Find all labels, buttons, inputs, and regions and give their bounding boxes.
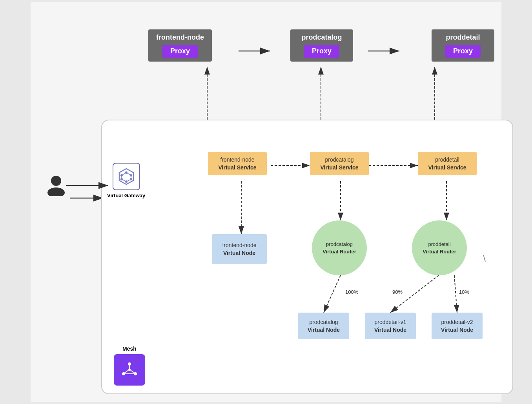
svg-point-23 (128, 369, 131, 371)
vs-prodcatalog-type: Virtual Service (316, 164, 363, 171)
proxy-proddetail-name: proddetail (439, 33, 486, 42)
vn-prodcatalog: prodcatalog Virtual Node (298, 313, 349, 339)
svg-line-25 (124, 370, 128, 373)
vr-proddetail-type: Virtual Router (423, 249, 456, 255)
proxy-prodcatalog-name: prodcatalog (298, 33, 345, 42)
mesh-label: Mesh (122, 346, 137, 352)
proxy-proddetail-badge: Proxy (445, 45, 481, 58)
vr-prodcatalog: prodcatalog Virtual Router (312, 220, 367, 275)
user-icon (46, 175, 66, 196)
mesh-section: Mesh (114, 346, 145, 386)
svg-line-51 (122, 179, 126, 182)
proxy-nodes-row: frontend-node Proxy prodcatalog Proxy pr… (148, 29, 494, 62)
vn-prodcatalog-name: prodcatalog (304, 319, 343, 325)
vn-proddetail-v1: proddetail-v1 Virtual Node (365, 313, 416, 339)
vs-proddetail-type: Virtual Service (424, 164, 470, 171)
svg-line-34 (324, 275, 341, 313)
svg-line-53 (122, 173, 126, 175)
svg-line-48 (126, 173, 131, 175)
gateway-label: Virtual Gateway (107, 193, 145, 198)
vn-proddetail-v1-type: Virtual Node (371, 327, 410, 333)
proxy-frontend-badge: Proxy (162, 45, 198, 58)
virtual-gateway-section: Virtual Gateway (107, 163, 145, 198)
diagram-container: frontend-node Proxy prodcatalog Proxy pr… (31, 2, 501, 402)
vn-proddetail-v2: proddetail-v2 Virtual Node (432, 313, 483, 339)
proxy-node-proddetail: proddetail Proxy (432, 29, 494, 62)
vn-frontend-type: Virtual Node (218, 250, 261, 256)
vr-proddetail: proddetail Virtual Router (412, 220, 467, 275)
vs-frontend-name: frontend-node (214, 157, 261, 163)
vr-proddetail-name: proddetail (428, 241, 450, 247)
proxy-prodcatalog-badge: Proxy (304, 45, 339, 58)
vs-prodcatalog-name: prodcatalog (316, 157, 363, 163)
vn-frontend-name: frontend-node (218, 242, 261, 248)
vs-proddetail-name: proddetail (424, 157, 470, 163)
gateway-icon-svg (117, 167, 136, 186)
gateway-icon (113, 163, 140, 190)
proxy-frontend-name: frontend-node (156, 33, 204, 42)
vn-frontend: frontend-node Virtual Node (212, 234, 267, 264)
pct-90: 90% (392, 289, 403, 295)
proxy-node-frontend: frontend-node Proxy (148, 29, 212, 62)
backslash-decoration: \ (483, 253, 486, 264)
vs-proddetail: proddetail Virtual Service (418, 152, 477, 175)
vr-prodcatalog-type: Virtual Router (322, 249, 356, 255)
proxy-node-prodcatalog: prodcatalog Proxy (290, 29, 353, 62)
pct-100: 100% (345, 289, 358, 295)
mesh-icon-svg (120, 360, 139, 380)
vs-frontend: frontend-node Virtual Service (208, 152, 267, 175)
vr-prodcatalog-name: prodcatalog (326, 241, 353, 247)
diagram-wrapper: frontend-node Proxy prodcatalog Proxy pr… (38, 10, 509, 394)
svg-line-50 (126, 179, 131, 182)
svg-point-20 (128, 362, 131, 366)
mesh-boundary: frontend-node Virtual Service prodcatalo… (101, 120, 513, 394)
vs-prodcatalog: prodcatalog Virtual Service (310, 152, 369, 175)
vn-proddetail-v2-type: Virtual Node (438, 327, 476, 333)
svg-line-26 (131, 370, 135, 373)
vs-frontend-type: Virtual Service (214, 164, 261, 171)
vn-proddetail-v1-name: proddetail-v1 (371, 319, 410, 325)
vn-prodcatalog-type: Virtual Node (304, 327, 343, 333)
vn-proddetail-v2-name: proddetail-v2 (438, 319, 476, 325)
user-section (46, 175, 66, 196)
svg-point-37 (51, 176, 61, 186)
mesh-icon (114, 354, 145, 386)
svg-line-36 (454, 275, 457, 313)
svg-point-38 (47, 187, 65, 196)
pct-10: 10% (459, 289, 469, 295)
